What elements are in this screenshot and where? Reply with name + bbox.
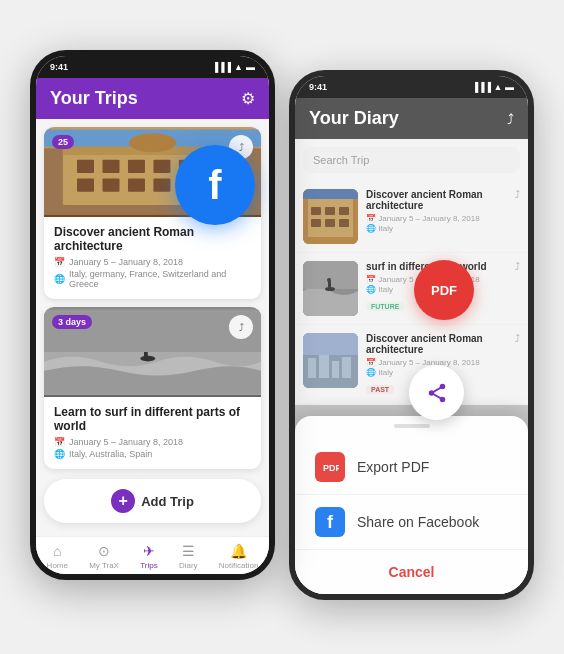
trip-card-2-image: 3 days ⤴ [44, 307, 261, 397]
nav-notif-label: Notification [219, 561, 259, 570]
svg-rect-11 [102, 179, 119, 192]
svg-rect-12 [128, 179, 145, 192]
status-icons-left: ▐▐▐ ▲ ▬ [212, 62, 255, 72]
nav-home[interactable]: ⌂ Home [47, 543, 68, 570]
floating-pdf-bubble: PDF [414, 260, 474, 320]
svg-rect-36 [328, 281, 331, 290]
diary-icon: ☰ [182, 543, 195, 559]
calendar-icon-2: 📅 [54, 437, 65, 447]
time-right: 9:41 [309, 82, 327, 92]
add-icon: + [111, 489, 135, 513]
diary-item-1[interactable]: Discover ancient Roman architecture 📅 Ja… [295, 181, 528, 253]
share-icon-2[interactable]: ⤴ [515, 261, 520, 316]
location-icon-2: 🌐 [54, 449, 65, 459]
cancel-button[interactable]: Cancel [295, 550, 528, 594]
trip-title-1: Discover ancient Roman architecture [54, 225, 251, 253]
svg-rect-29 [311, 219, 321, 227]
diary-search[interactable]: Search Trip [303, 147, 520, 173]
svg-rect-10 [77, 179, 94, 192]
svg-rect-13 [153, 179, 170, 192]
svg-rect-43 [342, 357, 351, 378]
trip-badge-2: 3 days [52, 315, 92, 329]
svg-line-51 [431, 393, 442, 399]
pdf-label: PDF [431, 283, 457, 298]
svg-rect-4 [77, 160, 94, 173]
nav-trips-label: Trips [140, 561, 157, 570]
trip-card-body-1: Discover ancient Roman architecture 📅 Ja… [44, 217, 261, 299]
nav-diary[interactable]: ☰ Diary [179, 543, 198, 570]
diary-img-2 [303, 261, 358, 316]
svg-point-37 [327, 278, 331, 282]
calendar-icon-1: 📅 [54, 257, 65, 267]
facebook-icon: f [315, 507, 345, 537]
phone-right: 9:41 ▐▐▐ ▲ ▬ Your Diary ⤴ Search Trip [289, 70, 534, 600]
right-header: Your Diary ⤴ [295, 98, 528, 139]
share-facebook-label: Share on Facebook [357, 514, 479, 530]
nav-home-label: Home [47, 561, 68, 570]
trip-date-2: 📅 January 5 – January 8, 2018 [54, 437, 251, 447]
svg-rect-44 [303, 333, 358, 355]
diary-list: Discover ancient Roman architecture 📅 Ja… [295, 181, 528, 405]
svg-rect-5 [102, 160, 119, 173]
share-icon-1[interactable]: ⤴ [515, 189, 520, 244]
trax-icon: ⊙ [98, 543, 110, 559]
nav-trax-label: My TraX [89, 561, 119, 570]
trip-location-1: 🌐 Italy, germany, France, Switzerland an… [54, 269, 251, 289]
trip-date-1: 📅 January 5 – January 8, 2018 [54, 257, 251, 267]
share-icon-3[interactable]: ⤴ [515, 333, 520, 396]
time-left: 9:41 [50, 62, 68, 72]
svg-line-50 [431, 386, 442, 392]
share-symbol-icon [426, 382, 448, 404]
fb-letter: f [208, 163, 221, 208]
notification-icon: 🔔 [230, 543, 247, 559]
sheet-item-facebook[interactable]: f Share on Facebook [295, 495, 528, 550]
left-header: Your Trips ⚙ [36, 78, 269, 119]
svg-rect-28 [339, 207, 349, 215]
floating-facebook-bubble: f [175, 145, 255, 225]
sheet-handle [394, 424, 430, 428]
diary-title-1: Discover ancient Roman architecture [366, 189, 507, 211]
diary-badge-past: PAST [366, 385, 394, 394]
sheet-item-pdf[interactable]: PDF Export PDF [295, 440, 528, 495]
svg-rect-7 [153, 160, 170, 173]
add-trip-button[interactable]: + Add Trip [44, 479, 261, 523]
location-icon-1: 🌐 [54, 274, 65, 284]
svg-rect-27 [325, 207, 335, 215]
svg-rect-31 [339, 219, 349, 227]
trip-title-2: Learn to surf in different parts of worl… [54, 405, 251, 433]
svg-rect-30 [325, 219, 335, 227]
pdf-icon: PDF [315, 452, 345, 482]
diary-img-1 [303, 189, 358, 244]
left-header-title: Your Trips [50, 88, 138, 109]
nav-trips[interactable]: ✈ Trips [140, 543, 157, 570]
diary-title-3: Discover ancient Roman architecture [366, 333, 507, 355]
search-placeholder: Search Trip [313, 154, 369, 166]
floating-share-bubble [409, 365, 464, 420]
share-icon-header[interactable]: ⤴ [507, 111, 514, 127]
svg-point-17 [129, 133, 176, 152]
svg-rect-40 [308, 358, 316, 378]
nav-diary-label: Diary [179, 561, 198, 570]
diary-img-3 [303, 333, 358, 388]
status-bar-left: 9:41 ▐▐▐ ▲ ▬ [36, 56, 269, 78]
phone-left: 9:41 ▐▐▐ ▲ ▬ Your Trips ⚙ [30, 50, 275, 580]
svg-rect-42 [332, 361, 339, 378]
diary-date-1: 📅 January 5 – January 8, 2018 [366, 214, 507, 223]
diary-item-2[interactable]: surf in different the world 📅 January 5 … [295, 253, 528, 325]
diary-content-1: Discover ancient Roman architecture 📅 Ja… [366, 189, 507, 244]
gear-icon[interactable]: ⚙ [241, 89, 255, 108]
trip-location-2: 🌐 Italy, Australia, Spain [54, 449, 251, 459]
home-icon: ⌂ [53, 543, 61, 559]
card-share-btn-2[interactable]: ⤴ [229, 315, 253, 339]
nav-mytrax[interactable]: ⊙ My TraX [89, 543, 119, 570]
trip-card-body-2: Learn to surf in different parts of worl… [44, 397, 261, 469]
svg-rect-6 [128, 160, 145, 173]
svg-rect-26 [311, 207, 321, 215]
svg-rect-32 [303, 189, 358, 199]
status-bar-right: 9:41 ▐▐▐ ▲ ▬ [295, 76, 528, 98]
trip-card-2[interactable]: 3 days ⤴ Learn to surf in different part… [44, 307, 261, 469]
diary-badge-future: FUTURE [366, 302, 404, 311]
export-pdf-label: Export PDF [357, 459, 429, 475]
right-header-title: Your Diary [309, 108, 399, 129]
nav-notification[interactable]: 🔔 Notification [219, 543, 259, 570]
